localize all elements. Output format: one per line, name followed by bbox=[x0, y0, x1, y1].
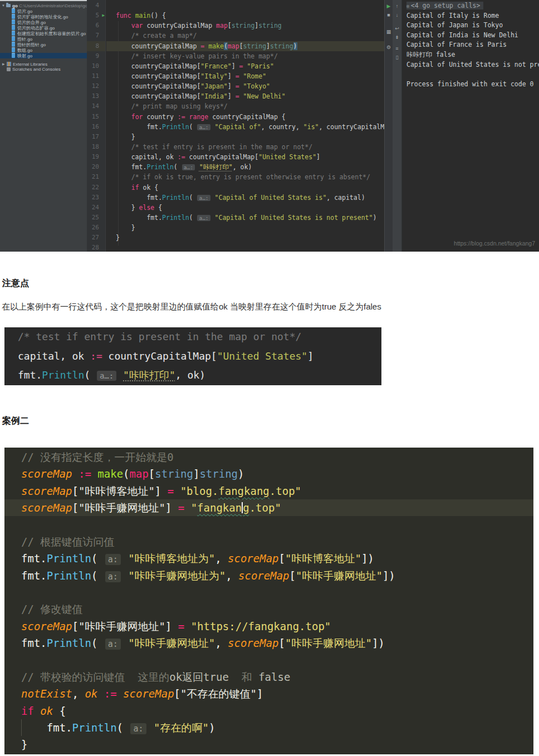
code-token: = bbox=[168, 485, 174, 497]
code-token: fmt. bbox=[116, 194, 162, 202]
code-line[interactable] bbox=[106, 1, 384, 11]
code-token: country bbox=[143, 113, 177, 121]
code-token: fangkan bbox=[197, 502, 242, 514]
code-token: ok返回true bbox=[169, 671, 229, 683]
code-token: , bbox=[226, 570, 238, 582]
watermark-text: https://blog.csdn.net/fangkang7 bbox=[454, 240, 535, 247]
down-icon[interactable]: ↓ bbox=[393, 11, 401, 19]
stop-icon[interactable]: ■ bbox=[385, 11, 393, 19]
code-token: string bbox=[270, 42, 293, 50]
tree-file-item[interactable]: 切片的合并.go bbox=[0, 19, 87, 25]
tree-file-item[interactable]: 指针的指针.go bbox=[0, 42, 87, 47]
code-token: ( bbox=[84, 369, 96, 381]
code-line[interactable]: } bbox=[106, 233, 384, 243]
code-token: ( bbox=[91, 552, 104, 564]
code-editor[interactable]: func main() { var countryCapitalMap map[… bbox=[106, 0, 384, 252]
expand-icon[interactable]: ⊞ bbox=[406, 2, 409, 12]
code-line[interactable]: capital, ok := countryCapitalMap["United… bbox=[106, 152, 384, 162]
code-line[interactable]: /* insert key-value pairs in the map*/ bbox=[106, 51, 384, 61]
code-token: countryCapitalMap[ bbox=[102, 350, 217, 362]
code-token: else bbox=[139, 204, 155, 212]
code-token: Println bbox=[162, 214, 189, 222]
code-line[interactable]: func main() { bbox=[106, 11, 384, 21]
code-token: countryCapitalMap bbox=[143, 22, 216, 30]
code-token: Println bbox=[162, 123, 189, 131]
code-line[interactable]: /* test if entry is present in the map o… bbox=[106, 142, 384, 152]
console-output: ⊞<4 go setup calls>Capital of Italy is R… bbox=[402, 1, 539, 252]
code-token: ] bbox=[228, 92, 236, 100]
code-token bbox=[211, 194, 215, 202]
code-line[interactable]: } bbox=[106, 132, 384, 142]
tree-file-label: 指针.go bbox=[17, 37, 32, 42]
softwrap-icon[interactable]: ↩ bbox=[393, 24, 401, 33]
code-token: "咔咔手赚网地址" bbox=[79, 502, 165, 514]
run-icon[interactable]: ▶ bbox=[385, 2, 393, 11]
code-line[interactable]: countryCapitalMap["France"] = "Paris" bbox=[106, 61, 384, 71]
code-token: main bbox=[135, 12, 151, 19]
code-line[interactable]: fmt.Println( a…: "Capital of", country, … bbox=[106, 122, 384, 132]
clear-icon[interactable]: ▯ bbox=[393, 53, 401, 62]
code-line[interactable]: for country := range countryCapitalMap { bbox=[106, 112, 384, 122]
code-token: "France" bbox=[200, 62, 231, 70]
line-number: 25 bbox=[87, 213, 105, 223]
code-token: := bbox=[104, 688, 117, 700]
code-line[interactable]: fmt.Println( a…: "咔咔打印", ok) bbox=[106, 162, 384, 172]
scratches-label: Scratches and Consoles bbox=[12, 67, 61, 72]
window-top-edge bbox=[0, 0, 87, 1]
code-line[interactable]: countryCapitalMap["Japan"] = "Tokyo" bbox=[106, 81, 384, 91]
code-line[interactable]: /* if ok is true, entry is present other… bbox=[106, 172, 384, 182]
tree-file-item[interactable]: 切片的动态扩容.go bbox=[0, 25, 87, 31]
code-token: "is" bbox=[303, 123, 319, 131]
tree-root-go[interactable]: ▼go C:\Users\Administrator\Desktop\go bbox=[0, 3, 87, 8]
wrench-icon[interactable]: ⚙ bbox=[385, 43, 393, 52]
param-hint-pill: a…: bbox=[97, 371, 116, 381]
run-icon[interactable]: ▶ bbox=[102, 11, 105, 21]
code-line[interactable]: /* create a map*/ bbox=[106, 31, 384, 41]
code-token: countryCapitalMap[ bbox=[116, 62, 200, 70]
sidebar-item-scratches[interactable]: Scratches and Consoles bbox=[0, 67, 87, 72]
code-token: [ bbox=[149, 468, 155, 480]
line-number: 27 bbox=[87, 233, 105, 243]
tree-file-item[interactable]: 指针.go bbox=[0, 36, 87, 42]
chevron-right-icon: ▶ bbox=[2, 61, 7, 67]
code-token: fangkang bbox=[218, 485, 270, 497]
line-number: 9 bbox=[87, 51, 105, 61]
grid-icon[interactable]: ▦ bbox=[385, 27, 393, 36]
line-number: 17 bbox=[87, 132, 105, 142]
code-line[interactable]: countryCapitalMap["Italy"] = "Rome" bbox=[106, 71, 384, 81]
console-line: Capital of Italy is Rome bbox=[406, 11, 539, 21]
go-file-icon bbox=[12, 47, 15, 52]
code-token: Println bbox=[146, 163, 173, 171]
code-line[interactable]: } bbox=[106, 223, 384, 233]
code-line[interactable]: countryCapitalMap["India"] = "New Delhi" bbox=[106, 91, 384, 101]
code-line[interactable] bbox=[106, 243, 384, 252]
code-line[interactable]: if ok { bbox=[106, 183, 384, 193]
setup-calls-fold[interactable]: ⊞<4 go setup calls> bbox=[406, 2, 483, 9]
sidebar-item-external-libraries[interactable]: ▶External Libraries bbox=[0, 61, 87, 67]
tree-file-item[interactable]: 映射.go bbox=[0, 53, 87, 58]
code-line[interactable]: countryCapitalMap = make(map[string]stri… bbox=[106, 41, 384, 51]
tree-file-item[interactable]: 创建指定初始长度和容量的切片.go bbox=[0, 31, 87, 36]
code-token: [ bbox=[290, 570, 296, 582]
up-icon[interactable]: ↑ bbox=[393, 2, 401, 11]
line-number: 15 bbox=[87, 112, 105, 122]
code-token: ] bbox=[193, 468, 199, 480]
code-token bbox=[34, 705, 40, 717]
tree-file-item[interactable]: 数组.go bbox=[0, 47, 87, 53]
code-line[interactable]: fmt.Println( a…: "Capital of United Stat… bbox=[106, 193, 384, 203]
code-token: Println bbox=[162, 194, 189, 202]
code-line[interactable]: /* print map using keys*/ bbox=[106, 101, 384, 111]
code-line[interactable]: fmt.Println( a…: "Capital of United Stat… bbox=[106, 213, 384, 223]
code-token bbox=[122, 552, 128, 564]
tree-file-item[interactable]: 切片.go bbox=[0, 8, 87, 14]
param-hint-pill: a: bbox=[105, 571, 121, 582]
print-icon[interactable]: ≡ bbox=[393, 44, 401, 53]
code-token: ( bbox=[189, 214, 197, 222]
code-line[interactable]: var countryCapitalMap map[string]string bbox=[106, 21, 384, 31]
code-token bbox=[72, 468, 79, 480]
code-line[interactable]: } else { bbox=[106, 203, 384, 213]
code-token: "Japan" bbox=[200, 82, 227, 90]
code-token: false bbox=[258, 671, 290, 683]
scroll-end-icon[interactable]: ⇟ bbox=[393, 33, 401, 42]
tree-file-item[interactable]: 切片扩容时的地址变化.go bbox=[0, 14, 87, 19]
